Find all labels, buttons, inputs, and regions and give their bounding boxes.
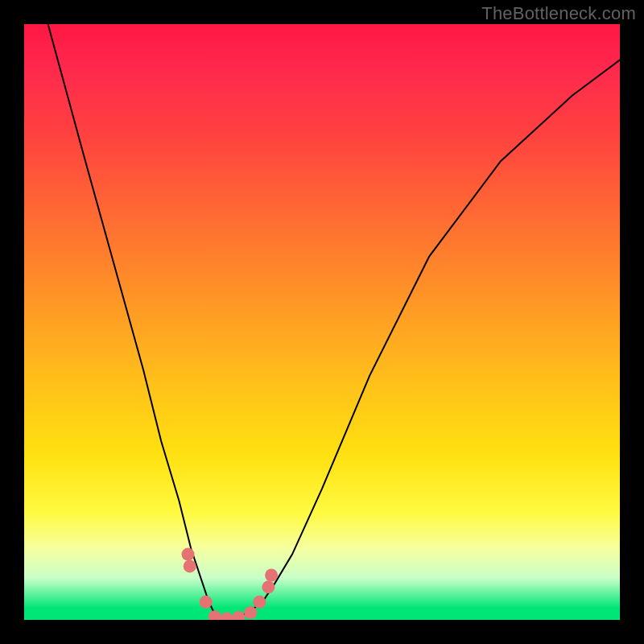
- data-marker: [253, 596, 266, 609]
- data-marker: [182, 548, 195, 561]
- chart-svg: [24, 24, 620, 620]
- data-marker: [221, 613, 233, 621]
- marker-group: [182, 548, 279, 620]
- data-marker: [262, 580, 275, 593]
- data-marker: [184, 559, 196, 572]
- data-marker: [200, 596, 213, 609]
- plot-area: [24, 24, 620, 620]
- data-marker: [232, 611, 245, 620]
- watermark-text: TheBottleneck.com: [481, 3, 636, 24]
- data-marker: [244, 606, 257, 619]
- data-marker: [265, 569, 278, 582]
- data-marker: [208, 610, 221, 620]
- chart-outer-frame: TheBottleneck.com: [0, 0, 644, 644]
- bottleneck-curve: [48, 24, 620, 620]
